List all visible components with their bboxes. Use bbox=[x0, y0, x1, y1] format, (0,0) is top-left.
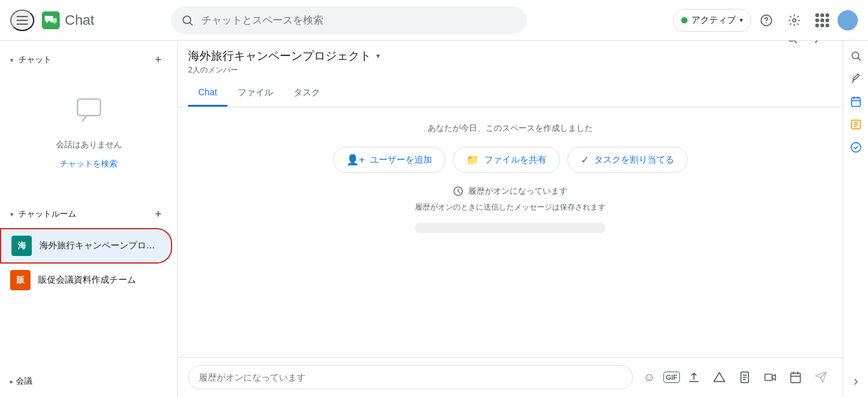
chatroom-item-room1[interactable]: 海 海外旅行キャンペーンプロジェ... bbox=[0, 228, 172, 264]
right-calendar-icon bbox=[850, 96, 862, 107]
history-saved-text: 履歴がオンのときに送信したメッセージは保存されます bbox=[415, 202, 606, 213]
add-user-icon: 👤+ bbox=[346, 154, 365, 166]
add-chat-button[interactable]: + bbox=[149, 51, 167, 69]
svg-line-2 bbox=[190, 22, 193, 25]
help-button[interactable] bbox=[754, 8, 779, 33]
add-chatroom-button[interactable]: + bbox=[149, 205, 167, 223]
chat-tabs: Chat ファイル タスク bbox=[188, 81, 832, 107]
chevron-down-icon: ▾ bbox=[740, 17, 743, 24]
right-pin-icon bbox=[850, 73, 862, 84]
meeting-chevron-icon: ▸ bbox=[10, 378, 13, 385]
svg-rect-12 bbox=[791, 373, 801, 382]
emoji-button[interactable]: ☺ bbox=[638, 366, 661, 389]
chat-chevron-icon: ▾ bbox=[10, 57, 13, 64]
blurred-message bbox=[415, 223, 606, 233]
chat-bubble-icon bbox=[74, 94, 104, 131]
title-dropdown-button[interactable]: ▾ bbox=[376, 51, 380, 60]
find-chat-link[interactable]: チャットを検索 bbox=[60, 158, 118, 170]
chat-section: ▾ チャット + 会話はありません チャットを検索 bbox=[0, 41, 177, 195]
chat-section-title-row: ▾ チャット bbox=[10, 54, 51, 65]
tab-tasks[interactable]: タスク bbox=[283, 81, 330, 107]
pin-button[interactable] bbox=[807, 41, 832, 51]
assign-task-button[interactable]: ✓ タスクを割り当てる bbox=[567, 147, 688, 173]
svg-point-4 bbox=[766, 22, 767, 24]
status-label: アクティブ bbox=[691, 15, 736, 26]
chatroom-label-room2: 販促会議資料作成チーム bbox=[38, 274, 162, 286]
search-bar bbox=[171, 6, 527, 34]
svg-rect-11 bbox=[765, 374, 773, 380]
right-search-icon bbox=[850, 50, 862, 62]
right-expand-button[interactable] bbox=[846, 372, 866, 392]
chatroom-chevron-icon: ▾ bbox=[10, 211, 13, 218]
top-header: Chat アクティブ ▾ bbox=[0, 0, 868, 41]
svg-point-17 bbox=[851, 143, 860, 152]
doc-icon bbox=[738, 371, 751, 384]
drive-button[interactable] bbox=[708, 366, 731, 389]
sidebar: ▾ チャット + 会話はありません チャットを検索 ▾ bbox=[0, 41, 178, 397]
tab-files[interactable]: ファイル bbox=[227, 81, 283, 107]
chat-title-row: 海外旅行キャンペーンプロジェクト ▾ bbox=[188, 48, 380, 64]
chat-section-label: チャット bbox=[18, 54, 51, 65]
right-tasks-button[interactable] bbox=[846, 137, 866, 158]
gear-icon bbox=[788, 14, 801, 27]
hamburger-button[interactable] bbox=[10, 10, 34, 31]
chat-room-title: 海外旅行キャンペーンプロジェクト bbox=[188, 48, 371, 64]
share-file-icon: 📁 bbox=[466, 154, 479, 166]
chevron-right-icon bbox=[851, 377, 861, 387]
svg-rect-15 bbox=[851, 98, 860, 107]
right-search-button[interactable] bbox=[846, 46, 866, 66]
chatroom-section-label: チャットルーム bbox=[18, 208, 76, 220]
message-input-wrapper bbox=[188, 365, 633, 389]
chat-search-button[interactable] bbox=[779, 41, 804, 51]
status-button[interactable]: アクティブ ▾ bbox=[673, 9, 751, 32]
history-notice: 履歴がオンになっています bbox=[453, 185, 567, 197]
drive-icon bbox=[713, 371, 726, 384]
doc-button[interactable] bbox=[733, 366, 756, 389]
search-input[interactable] bbox=[201, 15, 517, 26]
add-user-button[interactable]: 👤+ ユーザーを追加 bbox=[333, 147, 445, 173]
upload-button[interactable] bbox=[682, 366, 705, 389]
calendar-button[interactable] bbox=[784, 366, 807, 389]
chat-logo-icon bbox=[42, 11, 60, 29]
apps-button[interactable] bbox=[810, 8, 835, 33]
chat-subtitle: 2人のメンバー bbox=[188, 65, 380, 76]
chatroom-section-header[interactable]: ▾ チャットルーム + bbox=[0, 200, 177, 228]
meeting-section-header[interactable]: ▸ 会議 bbox=[0, 370, 177, 392]
status-dot bbox=[681, 17, 688, 24]
search-icon bbox=[785, 41, 798, 44]
right-notes-button[interactable] bbox=[846, 114, 866, 135]
right-notes-icon bbox=[850, 119, 862, 130]
no-chat-text: 会話はありません bbox=[56, 139, 122, 151]
user-avatar[interactable] bbox=[837, 10, 858, 30]
space-created-message: あなたが今日、このスペースを作成しました bbox=[428, 123, 593, 134]
svg-line-8 bbox=[794, 41, 797, 43]
svg-point-5 bbox=[792, 18, 796, 22]
chat-messages: あなたが今日、このスペースを作成しました 👤+ ユーザーを追加 📁 ファイルを共… bbox=[178, 107, 843, 357]
right-pin-button[interactable] bbox=[846, 69, 866, 89]
chatroom-section-title-row: ▾ チャットルーム bbox=[10, 208, 76, 220]
chat-header-actions bbox=[779, 41, 832, 51]
share-file-button[interactable]: 📁 ファイルを共有 bbox=[453, 147, 560, 173]
svg-line-14 bbox=[858, 58, 860, 60]
video-button[interactable] bbox=[759, 366, 782, 389]
chat-section-header[interactable]: ▾ チャット + bbox=[0, 46, 177, 74]
sidebar-bottom: ▸ 会議 bbox=[0, 365, 177, 397]
assign-task-label: タスクを割り当てる bbox=[594, 154, 674, 166]
send-button[interactable] bbox=[810, 366, 832, 389]
tab-chat[interactable]: Chat bbox=[188, 81, 227, 107]
main-layout: ▾ チャット + 会話はありません チャットを検索 ▾ bbox=[0, 41, 868, 397]
message-input[interactable] bbox=[199, 372, 622, 382]
chatroom-icon-room2: 販 bbox=[10, 270, 31, 290]
no-chat-area: 会話はありません チャットを検索 bbox=[0, 74, 177, 190]
settings-button[interactable] bbox=[782, 8, 807, 33]
chatroom-icon-room1: 海 bbox=[11, 236, 32, 256]
share-file-label: ファイルを共有 bbox=[484, 154, 546, 166]
chat-input-area: ☺ GIF bbox=[178, 357, 843, 397]
right-tasks-icon bbox=[850, 142, 862, 153]
right-calendar-button[interactable] bbox=[846, 91, 866, 112]
action-buttons: 👤+ ユーザーを追加 📁 ファイルを共有 ✓ タスクを割り当てる bbox=[333, 147, 688, 173]
right-sidebar bbox=[843, 41, 868, 397]
gif-button[interactable]: GIF bbox=[663, 372, 680, 383]
chatroom-item-room2[interactable]: 販 販促会議資料作成チーム bbox=[0, 264, 172, 297]
assign-task-icon: ✓ bbox=[581, 154, 589, 166]
